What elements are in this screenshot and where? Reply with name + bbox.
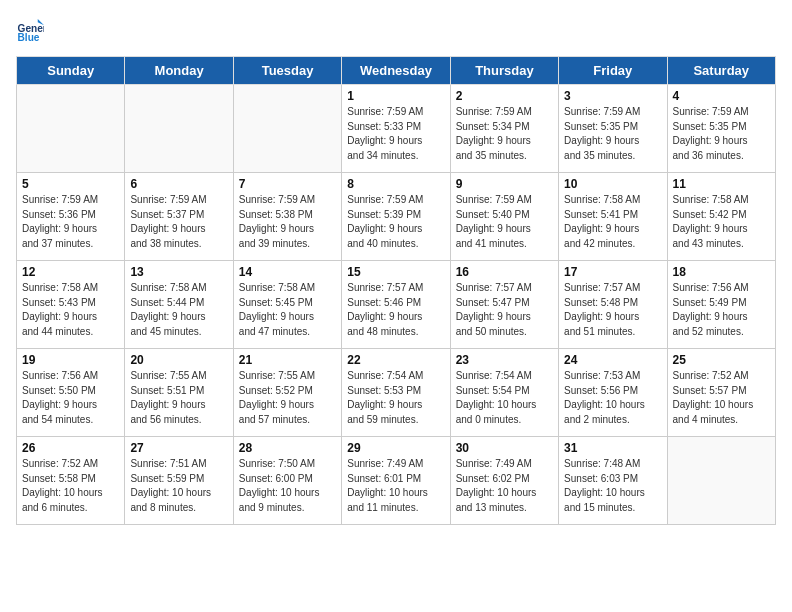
weekday-header: Tuesday bbox=[233, 57, 341, 85]
day-info: Sunrise: 7:54 AM Sunset: 5:54 PM Dayligh… bbox=[456, 369, 553, 427]
day-number: 8 bbox=[347, 177, 444, 191]
day-info: Sunrise: 7:58 AM Sunset: 5:43 PM Dayligh… bbox=[22, 281, 119, 339]
day-info: Sunrise: 7:56 AM Sunset: 5:50 PM Dayligh… bbox=[22, 369, 119, 427]
day-info: Sunrise: 7:59 AM Sunset: 5:34 PM Dayligh… bbox=[456, 105, 553, 163]
day-info: Sunrise: 7:59 AM Sunset: 5:35 PM Dayligh… bbox=[564, 105, 661, 163]
calendar-cell: 17Sunrise: 7:57 AM Sunset: 5:48 PM Dayli… bbox=[559, 261, 667, 349]
day-info: Sunrise: 7:56 AM Sunset: 5:49 PM Dayligh… bbox=[673, 281, 770, 339]
day-number: 10 bbox=[564, 177, 661, 191]
calendar-cell: 23Sunrise: 7:54 AM Sunset: 5:54 PM Dayli… bbox=[450, 349, 558, 437]
calendar-cell: 18Sunrise: 7:56 AM Sunset: 5:49 PM Dayli… bbox=[667, 261, 775, 349]
day-info: Sunrise: 7:59 AM Sunset: 5:37 PM Dayligh… bbox=[130, 193, 227, 251]
calendar-cell: 8Sunrise: 7:59 AM Sunset: 5:39 PM Daylig… bbox=[342, 173, 450, 261]
day-number: 30 bbox=[456, 441, 553, 455]
calendar-cell: 16Sunrise: 7:57 AM Sunset: 5:47 PM Dayli… bbox=[450, 261, 558, 349]
day-info: Sunrise: 7:50 AM Sunset: 6:00 PM Dayligh… bbox=[239, 457, 336, 515]
day-info: Sunrise: 7:49 AM Sunset: 6:01 PM Dayligh… bbox=[347, 457, 444, 515]
calendar-cell: 1Sunrise: 7:59 AM Sunset: 5:33 PM Daylig… bbox=[342, 85, 450, 173]
day-info: Sunrise: 7:55 AM Sunset: 5:52 PM Dayligh… bbox=[239, 369, 336, 427]
calendar-cell: 24Sunrise: 7:53 AM Sunset: 5:56 PM Dayli… bbox=[559, 349, 667, 437]
calendar-cell bbox=[17, 85, 125, 173]
day-number: 19 bbox=[22, 353, 119, 367]
calendar-week-row: 12Sunrise: 7:58 AM Sunset: 5:43 PM Dayli… bbox=[17, 261, 776, 349]
day-info: Sunrise: 7:58 AM Sunset: 5:45 PM Dayligh… bbox=[239, 281, 336, 339]
day-number: 17 bbox=[564, 265, 661, 279]
calendar-header: SundayMondayTuesdayWednesdayThursdayFrid… bbox=[17, 57, 776, 85]
day-number: 9 bbox=[456, 177, 553, 191]
calendar-cell: 7Sunrise: 7:59 AM Sunset: 5:38 PM Daylig… bbox=[233, 173, 341, 261]
calendar-cell: 2Sunrise: 7:59 AM Sunset: 5:34 PM Daylig… bbox=[450, 85, 558, 173]
calendar-cell: 13Sunrise: 7:58 AM Sunset: 5:44 PM Dayli… bbox=[125, 261, 233, 349]
day-number: 28 bbox=[239, 441, 336, 455]
day-info: Sunrise: 7:55 AM Sunset: 5:51 PM Dayligh… bbox=[130, 369, 227, 427]
calendar-cell: 21Sunrise: 7:55 AM Sunset: 5:52 PM Dayli… bbox=[233, 349, 341, 437]
calendar-cell: 3Sunrise: 7:59 AM Sunset: 5:35 PM Daylig… bbox=[559, 85, 667, 173]
day-number: 15 bbox=[347, 265, 444, 279]
day-info: Sunrise: 7:52 AM Sunset: 5:57 PM Dayligh… bbox=[673, 369, 770, 427]
day-number: 31 bbox=[564, 441, 661, 455]
day-number: 27 bbox=[130, 441, 227, 455]
calendar-cell: 28Sunrise: 7:50 AM Sunset: 6:00 PM Dayli… bbox=[233, 437, 341, 525]
calendar-week-row: 1Sunrise: 7:59 AM Sunset: 5:33 PM Daylig… bbox=[17, 85, 776, 173]
calendar-cell: 31Sunrise: 7:48 AM Sunset: 6:03 PM Dayli… bbox=[559, 437, 667, 525]
logo-icon: General Blue bbox=[16, 16, 44, 44]
day-number: 11 bbox=[673, 177, 770, 191]
calendar-cell: 5Sunrise: 7:59 AM Sunset: 5:36 PM Daylig… bbox=[17, 173, 125, 261]
day-info: Sunrise: 7:59 AM Sunset: 5:33 PM Dayligh… bbox=[347, 105, 444, 163]
calendar-cell: 19Sunrise: 7:56 AM Sunset: 5:50 PM Dayli… bbox=[17, 349, 125, 437]
calendar-cell bbox=[667, 437, 775, 525]
calendar-cell: 9Sunrise: 7:59 AM Sunset: 5:40 PM Daylig… bbox=[450, 173, 558, 261]
day-number: 12 bbox=[22, 265, 119, 279]
calendar-cell: 29Sunrise: 7:49 AM Sunset: 6:01 PM Dayli… bbox=[342, 437, 450, 525]
day-number: 23 bbox=[456, 353, 553, 367]
day-info: Sunrise: 7:54 AM Sunset: 5:53 PM Dayligh… bbox=[347, 369, 444, 427]
day-info: Sunrise: 7:52 AM Sunset: 5:58 PM Dayligh… bbox=[22, 457, 119, 515]
day-info: Sunrise: 7:48 AM Sunset: 6:03 PM Dayligh… bbox=[564, 457, 661, 515]
weekday-header: Wednesday bbox=[342, 57, 450, 85]
day-number: 14 bbox=[239, 265, 336, 279]
calendar-cell: 22Sunrise: 7:54 AM Sunset: 5:53 PM Dayli… bbox=[342, 349, 450, 437]
day-info: Sunrise: 7:59 AM Sunset: 5:38 PM Dayligh… bbox=[239, 193, 336, 251]
calendar-cell bbox=[233, 85, 341, 173]
day-number: 5 bbox=[22, 177, 119, 191]
day-info: Sunrise: 7:59 AM Sunset: 5:35 PM Dayligh… bbox=[673, 105, 770, 163]
day-info: Sunrise: 7:59 AM Sunset: 5:40 PM Dayligh… bbox=[456, 193, 553, 251]
calendar-cell: 30Sunrise: 7:49 AM Sunset: 6:02 PM Dayli… bbox=[450, 437, 558, 525]
day-number: 18 bbox=[673, 265, 770, 279]
svg-text:Blue: Blue bbox=[18, 32, 40, 43]
day-number: 21 bbox=[239, 353, 336, 367]
day-info: Sunrise: 7:58 AM Sunset: 5:42 PM Dayligh… bbox=[673, 193, 770, 251]
day-number: 3 bbox=[564, 89, 661, 103]
day-info: Sunrise: 7:57 AM Sunset: 5:46 PM Dayligh… bbox=[347, 281, 444, 339]
calendar-cell: 11Sunrise: 7:58 AM Sunset: 5:42 PM Dayli… bbox=[667, 173, 775, 261]
calendar-week-row: 19Sunrise: 7:56 AM Sunset: 5:50 PM Dayli… bbox=[17, 349, 776, 437]
calendar-cell bbox=[125, 85, 233, 173]
day-number: 1 bbox=[347, 89, 444, 103]
day-info: Sunrise: 7:57 AM Sunset: 5:47 PM Dayligh… bbox=[456, 281, 553, 339]
weekday-header: Friday bbox=[559, 57, 667, 85]
weekday-header: Sunday bbox=[17, 57, 125, 85]
day-info: Sunrise: 7:57 AM Sunset: 5:48 PM Dayligh… bbox=[564, 281, 661, 339]
calendar-cell: 4Sunrise: 7:59 AM Sunset: 5:35 PM Daylig… bbox=[667, 85, 775, 173]
day-number: 22 bbox=[347, 353, 444, 367]
day-number: 6 bbox=[130, 177, 227, 191]
day-number: 2 bbox=[456, 89, 553, 103]
calendar-cell: 14Sunrise: 7:58 AM Sunset: 5:45 PM Dayli… bbox=[233, 261, 341, 349]
calendar-cell: 20Sunrise: 7:55 AM Sunset: 5:51 PM Dayli… bbox=[125, 349, 233, 437]
calendar-cell: 26Sunrise: 7:52 AM Sunset: 5:58 PM Dayli… bbox=[17, 437, 125, 525]
calendar-table: SundayMondayTuesdayWednesdayThursdayFrid… bbox=[16, 56, 776, 525]
day-info: Sunrise: 7:59 AM Sunset: 5:36 PM Dayligh… bbox=[22, 193, 119, 251]
page-header: General Blue bbox=[16, 16, 776, 44]
day-number: 7 bbox=[239, 177, 336, 191]
day-number: 24 bbox=[564, 353, 661, 367]
calendar-week-row: 5Sunrise: 7:59 AM Sunset: 5:36 PM Daylig… bbox=[17, 173, 776, 261]
day-number: 13 bbox=[130, 265, 227, 279]
day-number: 4 bbox=[673, 89, 770, 103]
weekday-header: Saturday bbox=[667, 57, 775, 85]
calendar-cell: 10Sunrise: 7:58 AM Sunset: 5:41 PM Dayli… bbox=[559, 173, 667, 261]
calendar-cell: 12Sunrise: 7:58 AM Sunset: 5:43 PM Dayli… bbox=[17, 261, 125, 349]
calendar-cell: 6Sunrise: 7:59 AM Sunset: 5:37 PM Daylig… bbox=[125, 173, 233, 261]
day-info: Sunrise: 7:59 AM Sunset: 5:39 PM Dayligh… bbox=[347, 193, 444, 251]
day-info: Sunrise: 7:51 AM Sunset: 5:59 PM Dayligh… bbox=[130, 457, 227, 515]
day-number: 26 bbox=[22, 441, 119, 455]
